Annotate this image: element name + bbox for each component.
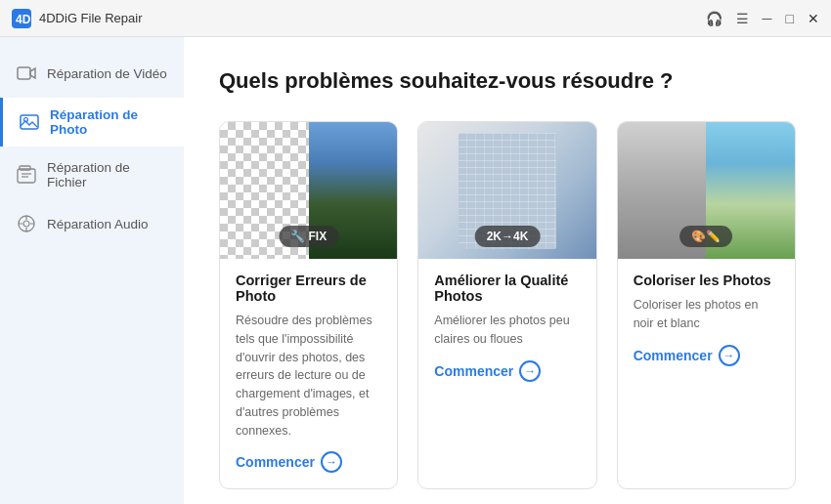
sidebar-item-audio[interactable]: Réparation Audio [0, 203, 184, 244]
card-enhance-quality-cta[interactable]: Commencer → [434, 360, 580, 382]
card-colorize[interactable]: 🎨✏️ Coloriser les Photos Coloriser les p… [617, 121, 796, 489]
enhance-quality-arrow-icon: → [519, 360, 541, 382]
card-colorize-cta[interactable]: Commencer → [634, 345, 779, 366]
headset-icon[interactable]: 🎧 [706, 11, 722, 26]
audio-icon [16, 213, 37, 234]
app-logo-icon: 4D [12, 9, 31, 28]
photo-icon [19, 111, 40, 133]
file-icon [16, 164, 37, 186]
card-fix-errors-cta[interactable]: Commencer → [236, 451, 381, 473]
menu-icon[interactable]: ☰ [736, 11, 749, 26]
video-icon [16, 63, 37, 84]
enhance-quality-cta-label: Commencer [434, 363, 513, 379]
svg-rect-2 [18, 67, 30, 79]
card-enhance-quality[interactable]: 2K→4K Améliorer la Qualité Photos Amélio… [417, 121, 596, 489]
maximize-icon[interactable]: □ [786, 11, 794, 26]
titlebar: 4D 4DDiG File Repair 🎧 ☰ ─ □ ✕ [0, 0, 831, 37]
card-colorize-body: Coloriser les Photos Coloriser les photo… [618, 259, 795, 382]
svg-point-10 [23, 221, 29, 227]
card-enhance-quality-title: Améliorer la Qualité Photos [434, 273, 580, 304]
card-enhance-quality-image: 2K→4K [418, 122, 595, 259]
card-enhance-quality-desc: Améliorer les photos peu claires ou flou… [434, 312, 580, 349]
colorize-cta-label: Commencer [634, 348, 713, 363]
colorize-badge: 🎨✏️ [679, 226, 732, 247]
sidebar: Réparation de Vidéo Réparation de Photo [0, 37, 184, 504]
fix-errors-arrow-icon: → [321, 451, 342, 473]
sidebar-item-file[interactable]: Réparation de Fichier [0, 150, 184, 199]
sidebar-item-video[interactable]: Réparation de Vidéo [0, 53, 184, 94]
sidebar-item-photo[interactable]: Réparation de Photo [0, 98, 184, 147]
minimize-icon[interactable]: ─ [763, 11, 772, 26]
titlebar-title: 4DDiG File Repair [39, 11, 706, 25]
window-controls: 🎧 ☰ ─ □ ✕ [706, 11, 819, 26]
sidebar-item-photo-label: Réparation de Photo [50, 107, 168, 137]
app-body: Réparation de Vidéo Réparation de Photo [0, 37, 831, 504]
card-enhance-quality-body: Améliorer la Qualité Photos Améliorer le… [418, 259, 595, 398]
card-fix-errors-image: 🔧 FIX [220, 122, 397, 259]
main-content: Quels problèmes souhaitez-vous résoudre … [184, 37, 831, 504]
quality-badge: 2K→4K [475, 226, 541, 247]
card-fix-errors-desc: Résoudre des problèmes tels que l'imposs… [236, 312, 381, 440]
svg-rect-6 [18, 169, 35, 183]
card-colorize-title: Coloriser les Photos [634, 273, 779, 288]
card-fix-errors[interactable]: 🔧 FIX Corriger Erreurs de Photo Résoudre… [219, 121, 398, 489]
cards-grid: 🔧 FIX Corriger Erreurs de Photo Résoudre… [219, 121, 796, 489]
svg-rect-3 [21, 115, 38, 129]
card-fix-errors-title: Corriger Erreurs de Photo [236, 273, 381, 304]
sidebar-item-file-label: Réparation de Fichier [47, 160, 168, 189]
colorize-arrow-icon: → [719, 345, 740, 366]
card-fix-errors-body: Corriger Erreurs de Photo Résoudre des p… [220, 259, 397, 488]
svg-text:4D: 4D [16, 13, 31, 26]
close-icon[interactable]: ✕ [808, 11, 819, 26]
card-colorize-desc: Coloriser les photos en noir et blanc [634, 296, 779, 333]
sidebar-item-video-label: Réparation de Vidéo [47, 66, 167, 81]
fix-errors-cta-label: Commencer [236, 454, 315, 470]
sidebar-item-audio-label: Réparation Audio [47, 217, 149, 231]
card-colorize-image: 🎨✏️ [618, 122, 795, 259]
page-title: Quels problèmes souhaitez-vous résoudre … [219, 68, 796, 94]
fix-badge: 🔧 FIX [279, 226, 338, 247]
